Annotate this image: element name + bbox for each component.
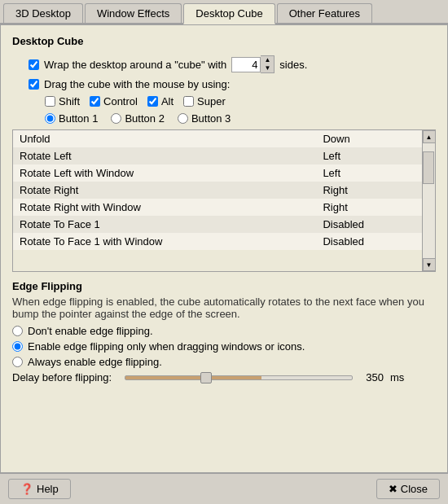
button3-radio[interactable] — [178, 113, 188, 124]
control-checkbox[interactable] — [90, 96, 100, 107]
scroll-up-arrow[interactable]: ▲ — [423, 130, 436, 143]
spinbox-down[interactable]: ▼ — [261, 64, 274, 72]
tab-bar: 3D Desktop Window Effects Desktop Cube O… — [0, 0, 448, 24]
scroll-down-arrow[interactable]: ▼ — [423, 258, 436, 271]
help-button[interactable]: ❓ Help — [8, 479, 71, 499]
always-flip-radio[interactable] — [12, 357, 23, 367]
drag-flip-radio[interactable] — [12, 341, 23, 352]
drag-label: Drag the cube with the mouse by using: — [44, 78, 230, 90]
scrollbar-thumb[interactable] — [423, 151, 434, 184]
shortcut-cell: Right — [316, 182, 422, 199]
shortcut-cell: Left — [316, 147, 422, 164]
table-row[interactable]: Rotate LeftLeft — [13, 147, 422, 164]
shift-label: Shift — [59, 95, 80, 107]
help-icon: ❓ — [20, 483, 33, 495]
alt-label: Alt — [161, 95, 173, 107]
wrap-row: Wrap the desktop around a "cube" with 4 … — [29, 55, 436, 73]
sides-input[interactable]: 4 — [231, 57, 261, 72]
delay-value: 350 — [359, 371, 384, 383]
button1-option: Button 1 — [45, 112, 98, 125]
modifier-alt: Alt — [147, 95, 173, 107]
wrap-checkbox[interactable] — [29, 59, 39, 70]
tab-3d-desktop[interactable]: 3D Desktop — [3, 3, 83, 23]
button3-label: Button 3 — [191, 112, 231, 125]
drag-checkbox[interactable] — [29, 79, 39, 90]
table-row[interactable]: Rotate Right with WindowRight — [13, 199, 422, 216]
table-row[interactable]: UnfoldDown — [13, 130, 422, 147]
alt-checkbox[interactable] — [147, 96, 158, 107]
shortcut-cell: Left — [316, 164, 422, 182]
super-checkbox[interactable] — [183, 96, 194, 107]
modifier-shift: Shift — [45, 95, 80, 107]
action-cell: Unfold — [13, 130, 316, 147]
always-flip-label: Always enable edge flipping. — [28, 356, 162, 368]
button2-option: Button 2 — [111, 112, 164, 125]
tab-desktop-cube[interactable]: Desktop Cube — [183, 3, 275, 24]
table-row[interactable]: Rotate RightRight — [13, 182, 422, 199]
action-cell: Rotate Left with Window — [13, 164, 316, 182]
edge-flipping-title: Edge Flipping — [12, 280, 436, 292]
no-flip-option: Don't enable edge flipping. — [12, 325, 436, 337]
delay-slider[interactable] — [125, 375, 353, 380]
drag-row: Drag the cube with the mouse by using: — [29, 78, 436, 90]
shortcut-cell: Disabled — [316, 216, 422, 233]
action-cell: Rotate Left — [13, 147, 316, 164]
spinbox-buttons: ▲ ▼ — [261, 55, 275, 73]
super-label: Super — [197, 95, 226, 107]
drag-flip-option: Enable edge flipping only when dragging … — [12, 340, 436, 353]
shortcut-cell: Right — [316, 199, 422, 216]
scrollbar-track[interactable] — [423, 143, 435, 258]
bottom-bar: ❓ Help ✖ Close — [0, 473, 448, 504]
button2-radio[interactable] — [111, 113, 121, 124]
sides-spinbox: 4 ▲ ▼ — [231, 55, 275, 73]
delay-slider-row: Delay before flipping: 350 ms — [12, 371, 436, 383]
scrollbar: ▲ ▼ — [422, 130, 435, 271]
button3-option: Button 3 — [178, 112, 231, 125]
shortcut-cell: Disabled — [316, 233, 422, 250]
tab-window-effects[interactable]: Window Effects — [85, 3, 182, 23]
close-button[interactable]: ✖ Close — [376, 479, 440, 499]
delay-label: Delay before flipping: — [12, 371, 118, 383]
table-row[interactable]: Rotate To Face 1Disabled — [13, 216, 422, 233]
action-cell: Rotate To Face 1 with Window — [13, 233, 316, 250]
edge-flipping-desc: When edge flipping is enabled, the cube … — [12, 296, 436, 320]
wrap-suffix: sides. — [279, 59, 307, 71]
modifier-row: Shift Control Alt Super — [45, 95, 436, 107]
shift-checkbox[interactable] — [45, 96, 55, 107]
always-flip-option: Always enable edge flipping. — [12, 356, 436, 368]
keybinding-table-scroll[interactable]: UnfoldDownRotate LeftLeftRotate Left wit… — [13, 130, 422, 271]
close-icon: ✖ — [389, 483, 397, 495]
keybinding-table: UnfoldDownRotate LeftLeftRotate Left wit… — [13, 130, 422, 250]
shortcut-cell: Down — [316, 130, 422, 147]
tab-other-features[interactable]: Other Features — [277, 3, 372, 23]
no-flip-label: Don't enable edge flipping. — [28, 325, 153, 337]
button2-label: Button 2 — [125, 112, 164, 125]
keybinding-table-wrapper: UnfoldDownRotate LeftLeftRotate Left wit… — [12, 129, 436, 272]
table-row[interactable]: Rotate To Face 1 with WindowDisabled — [13, 233, 422, 250]
edge-flipping-section: Edge Flipping When edge flipping is enab… — [12, 280, 436, 383]
action-cell: Rotate Right with Window — [13, 199, 316, 216]
section-title: Desktop Cube — [12, 35, 436, 47]
wrap-label: Wrap the desktop around a "cube" with — [44, 59, 226, 71]
modifier-control: Control — [90, 95, 138, 107]
no-flip-radio[interactable] — [12, 326, 23, 336]
spinbox-up[interactable]: ▲ — [261, 56, 274, 64]
button1-radio[interactable] — [45, 113, 55, 124]
close-label: Close — [401, 483, 428, 495]
mouse-button-row: Button 1 Button 2 Button 3 — [45, 112, 436, 125]
action-cell: Rotate To Face 1 — [13, 216, 316, 233]
button1-label: Button 1 — [59, 112, 98, 125]
table-row[interactable]: Rotate Left with WindowLeft — [13, 164, 422, 182]
modifier-super: Super — [183, 95, 226, 107]
help-label: Help — [37, 483, 59, 495]
control-label: Control — [103, 95, 138, 107]
main-content: Desktop Cube Wrap the desktop around a "… — [0, 24, 448, 473]
drag-flip-label: Enable edge flipping only when dragging … — [28, 340, 305, 353]
action-cell: Rotate Right — [13, 182, 316, 199]
delay-unit: ms — [390, 371, 406, 383]
